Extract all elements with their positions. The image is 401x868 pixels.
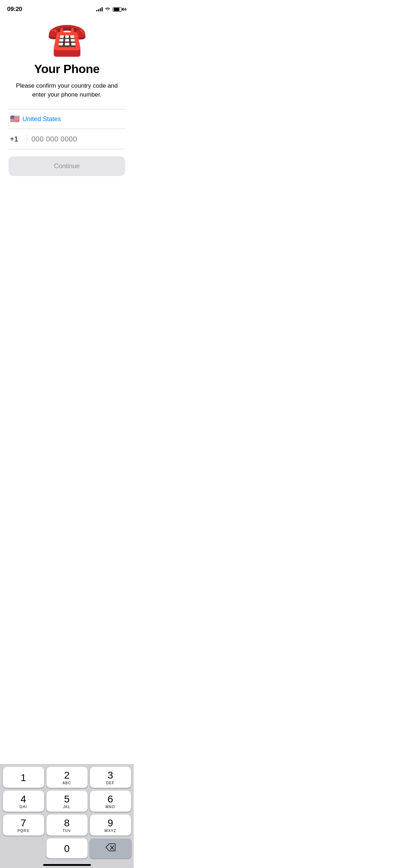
- country-selector[interactable]: 🇺🇸 United States: [9, 109, 125, 129]
- page-title: Your Phone: [34, 62, 99, 76]
- status-time: 09:20: [7, 6, 22, 13]
- phone-input-row: +1: [9, 129, 125, 149]
- wifi-icon: [105, 7, 110, 12]
- battery-indicator: 84: [113, 7, 127, 12]
- status-icons: 84: [96, 7, 127, 12]
- input-divider: [27, 134, 27, 144]
- phone-number-input[interactable]: [31, 135, 124, 143]
- status-bar: 09:20 84: [0, 0, 134, 16]
- country-flag: 🇺🇸: [10, 114, 20, 124]
- signal-icon: [96, 7, 103, 11]
- country-name: United States: [22, 115, 61, 123]
- page-subtitle: Please confirm your country code and ent…: [14, 82, 120, 99]
- battery-percent: 84: [122, 7, 127, 11]
- phone-icon: ☎️: [47, 23, 87, 55]
- country-code: +1: [10, 135, 22, 143]
- main-content: ☎️ Your Phone Please confirm your countr…: [0, 16, 134, 176]
- form-section: 🇺🇸 United States +1: [9, 109, 125, 149]
- continue-button[interactable]: Continue: [9, 156, 125, 176]
